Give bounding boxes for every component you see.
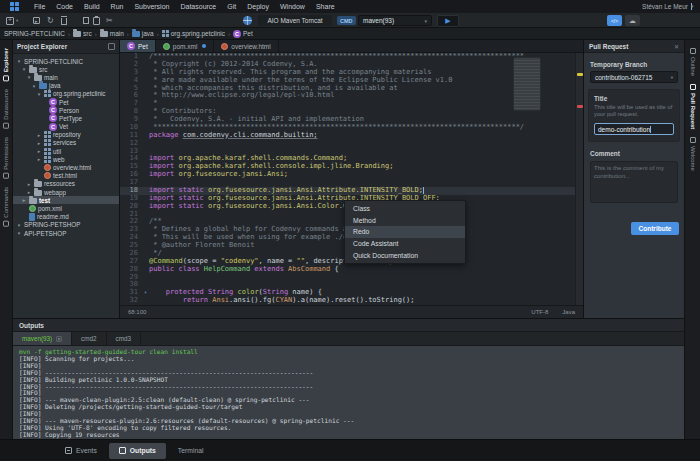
menu-item-build[interactable]: Build	[84, 3, 100, 10]
tree-item-ressources[interactable]: ▸ressources	[13, 180, 119, 188]
branch-select[interactable]: contribution-062715 ▾	[590, 71, 678, 83]
chevron-right-icon[interactable]: ▸	[36, 156, 42, 162]
fold-icon[interactable]: ▾	[142, 289, 149, 297]
tree-item-main[interactable]: ▾main	[13, 73, 119, 81]
project-tree[interactable]: ▾SPRING-PETCLINIC▾src▾main▾java▾org.spri…	[13, 54, 119, 237]
editor-tab-overview-html[interactable]: overview.html	[214, 40, 278, 52]
context-menu-item-redo[interactable]: Redo	[345, 226, 465, 238]
rail-item-outline[interactable]: Outline	[690, 48, 696, 76]
output-tab-maven-93[interactable]: maven(93)✕	[13, 332, 72, 345]
user-menu[interactable]: Stévan Le Meur ▾	[642, 0, 692, 13]
paste-button[interactable]	[93, 15, 100, 26]
menu-item-code[interactable]: Code	[56, 3, 73, 10]
tree-item-pet[interactable]: Pet	[13, 98, 119, 106]
menu-item-datasource[interactable]: Datasource	[180, 3, 216, 10]
tree-item-spring-petshop[interactable]: ▾SPRING-PETSHOP	[13, 221, 119, 229]
rail-item-explorer[interactable]: Explorer	[3, 48, 9, 81]
close-icon[interactable]: ✕	[56, 336, 62, 342]
breadcrumb-item-org-spring-petclinic[interactable]: org.spring.petclinic	[162, 30, 225, 37]
tree-item-org-spring-petclinic[interactable]: ▾org.spring.petclinic	[13, 90, 119, 98]
context-menu-item-quick-documentation[interactable]: Quick Documentation	[345, 249, 465, 261]
tree-item-api-petshop[interactable]: ▾API-PETSHOP	[13, 229, 119, 237]
breadcrumb-item-spring-petclinic[interactable]: SPRING-PETCLINIC	[4, 30, 65, 37]
annotation-ruler[interactable]	[575, 53, 583, 305]
chevron-down-icon[interactable]: ▾	[26, 74, 32, 80]
rail-item-permissions[interactable]: Permissions	[3, 137, 9, 179]
tree-item-test[interactable]: ▸test	[13, 196, 119, 204]
pr-comment-input[interactable]: This is the comment of my contribution..…	[590, 161, 678, 203]
tree-item-spring-petclinic[interactable]: ▾SPRING-PETCLINIC	[13, 57, 119, 65]
rail-item-datasource[interactable]: Datasource	[3, 89, 9, 129]
context-menu-item-method[interactable]: Method	[345, 215, 465, 227]
rail-item-welcome[interactable]: Welcome	[690, 137, 696, 171]
chevron-down-icon[interactable]: ▾	[16, 222, 22, 228]
tree-item-vet[interactable]: Vet	[13, 123, 119, 131]
breadcrumb-item-src[interactable]: src	[73, 30, 92, 37]
rail-item-pull-request[interactable]: Pull Request	[690, 84, 696, 129]
delete-button[interactable]	[61, 15, 67, 26]
contribute-button[interactable]: Contribute	[631, 222, 679, 235]
cloud-button[interactable]: ☁	[625, 15, 640, 26]
chevron-right-icon[interactable]: ▸	[26, 181, 32, 187]
tree-item-test-html[interactable]: test.html	[13, 172, 119, 180]
tree-item-repository[interactable]: ▸repository	[13, 131, 119, 139]
tree-item-services[interactable]: ▸services	[13, 139, 119, 147]
tree-item-overview-html[interactable]: overview.html	[13, 163, 119, 171]
editor-tab-pom-xml[interactable]: pom.xml	[156, 40, 215, 52]
context-menu-item-class[interactable]: Class	[345, 203, 465, 215]
chevron-right-icon[interactable]: ▸	[36, 148, 42, 154]
language-label[interactable]: Java	[562, 309, 575, 315]
chevron-down-icon[interactable]: ▾	[31, 83, 37, 89]
output-tab-cmd2[interactable]: cmd2	[72, 332, 106, 345]
menu-item-file[interactable]: File	[34, 3, 45, 10]
tree-item-webapp[interactable]: ▸webapp	[13, 188, 119, 196]
close-icon[interactable]: ✕	[674, 43, 679, 50]
breadcrumb-item-java[interactable]: java	[132, 30, 154, 37]
tree-item-java[interactable]: ▾java	[13, 82, 119, 90]
new-item-button[interactable]: ▾	[6, 15, 18, 26]
run-button[interactable]: ▶	[437, 15, 459, 27]
menu-item-window[interactable]: Window	[280, 3, 305, 10]
tree-item-pettype[interactable]: PetType	[13, 114, 119, 122]
editor-tab-pet[interactable]: Pet	[120, 40, 156, 52]
menu-item-deploy[interactable]: Deploy	[247, 3, 269, 10]
menu-item-subversion[interactable]: Subversion	[134, 3, 169, 10]
chevron-right-icon[interactable]: ▸	[26, 189, 32, 195]
bottom-tab-events[interactable]: Events	[55, 443, 107, 459]
chevron-down-icon[interactable]: ▾	[16, 58, 22, 64]
rail-item-commands[interactable]: Commands	[3, 187, 9, 227]
codenvy-logo-icon[interactable]	[10, 2, 19, 11]
explorer-options-icon[interactable]	[108, 43, 115, 50]
chevron-down-icon[interactable]: ▾	[21, 66, 27, 72]
tree-item-person[interactable]: Person	[13, 106, 119, 114]
code-view-button[interactable]: </>	[607, 15, 622, 26]
chevron-down-icon[interactable]: ▾	[16, 230, 22, 236]
chevron-right-icon[interactable]: ▸	[36, 140, 42, 146]
code-area[interactable]: 1/**************************************…	[120, 53, 583, 305]
cut-button[interactable]: ✂	[106, 15, 113, 26]
tree-item-readme-md[interactable]: readme.md	[13, 213, 119, 221]
command-selector[interactable]: maven(93)▾	[358, 15, 432, 26]
tree-item-src[interactable]: ▾src	[13, 65, 119, 73]
breadcrumb-item-main[interactable]: main	[100, 30, 124, 37]
tree-item-web[interactable]: ▸web	[13, 155, 119, 163]
pr-title-input[interactable]: demo-contribution	[594, 123, 674, 135]
breadcrumb-item-pet[interactable]: Pet	[233, 30, 253, 38]
bottom-tab-terminal[interactable]: Terminal	[168, 443, 214, 459]
encoding-label[interactable]: UTF-8	[531, 309, 548, 315]
import-button[interactable]	[33, 15, 40, 26]
refresh-button[interactable]: ↻	[47, 15, 54, 26]
menu-item-run[interactable]: Run	[111, 3, 124, 10]
tree-item-pom-xml[interactable]: pom.xml	[13, 204, 119, 212]
menu-item-git[interactable]: Git	[227, 3, 236, 10]
chevron-down-icon[interactable]: ▾	[36, 91, 42, 97]
preview-button[interactable]	[243, 15, 252, 26]
chevron-right-icon[interactable]: ▸	[36, 132, 42, 138]
tree-item-util[interactable]: ▸util	[13, 147, 119, 155]
context-menu-item-code-assistant[interactable]: Code Assistant	[345, 238, 465, 250]
copy-button[interactable]	[80, 15, 89, 26]
run-target-label[interactable]: AIO Maven Tomcat	[258, 15, 332, 26]
bottom-tab-outputs[interactable]: Outputs	[109, 443, 166, 459]
menu-item-share[interactable]: Share	[316, 3, 335, 10]
output-tab-cmd3[interactable]: cmd3	[107, 332, 141, 345]
